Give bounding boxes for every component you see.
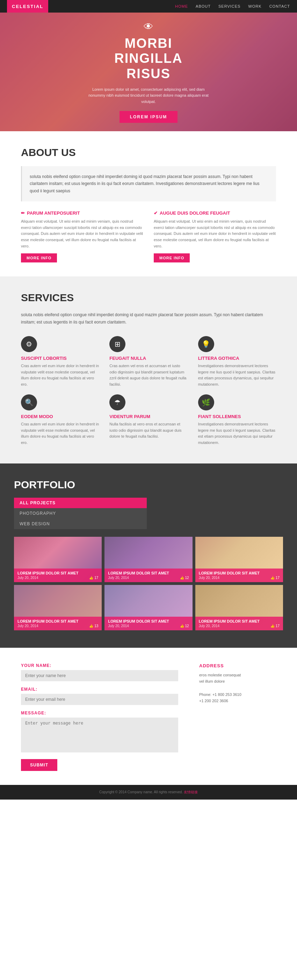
nav-contact[interactable]: CONTACT bbox=[270, 4, 290, 8]
portfolio-overlay-3: LOREM IPSUM DOLOR SIT AMET July 20, 2014… bbox=[195, 568, 283, 582]
portfolio-item4-likes: 👍 13 bbox=[89, 624, 98, 628]
service-item-3: 💡 LITTERA GOTHICA Investigationes demons… bbox=[198, 336, 276, 387]
portfolio-item1-likes: 👍 17 bbox=[89, 576, 98, 580]
portfolio-overlay-6: LOREM IPSUM DOLOR SIT AMET July 20, 2014… bbox=[195, 617, 283, 630]
service-icon-3: 💡 bbox=[198, 336, 214, 352]
contact-form: YOUR NAME: EMAIL: MESSAGE: SUBMIT bbox=[21, 663, 178, 771]
portfolio-item3-title: LOREM IPSUM DOLOR SIT AMET bbox=[199, 571, 279, 575]
nav-services[interactable]: SERVICES bbox=[219, 4, 240, 8]
about-section: ABOUT US soluta nobis eleifend option co… bbox=[0, 131, 297, 277]
service-title-5: VIDENTUR PARUM bbox=[109, 414, 187, 419]
portfolio-item5-title: LOREM IPSUM DOLOR SIT AMET bbox=[108, 619, 189, 623]
portfolio-grid: LOREM IPSUM DOLOR SIT AMET July 20, 2014… bbox=[14, 537, 283, 630]
service-icon-4: 🔍 bbox=[21, 395, 37, 410]
about-col-2: ✔ AUGUE DUIS DOLORE FEUGAIT Aliquam erat… bbox=[154, 210, 276, 262]
portfolio-item1-meta: July 20, 2014 👍 17 bbox=[18, 576, 98, 580]
services-grid: ⚙ SUSCIPIT LOBORTIS Cras autem vel eum i… bbox=[21, 336, 276, 446]
service-item-1: ⚙ SUSCIPIT LOBORTIS Cras autem vel eum i… bbox=[21, 336, 99, 387]
portfolio-item2-likes: 👍 12 bbox=[180, 576, 189, 580]
portfolio-item6-date: July 20, 2014 bbox=[199, 624, 220, 628]
service-desc-4: Cras autem vel eum iriure dolor in hendr… bbox=[21, 421, 99, 445]
portfolio-item2-title: LOREM IPSUM DOLOR SIT AMET bbox=[108, 571, 189, 575]
portfolio-overlay-4: LOREM IPSUM DOLOR SIT AMET July 20, 2014… bbox=[14, 617, 102, 630]
portfolio-item3-meta: July 20, 2014 👍 17 bbox=[199, 576, 279, 580]
nav-brand[interactable]: CELESTIAL bbox=[7, 0, 48, 13]
portfolio-item6-title: LOREM IPSUM DOLOR SIT AMET bbox=[199, 619, 279, 623]
navbar: CELESTIAL HOME ABOUT SERVICES WORK CONTA… bbox=[0, 0, 297, 13]
about-col2-text: Aliquam erat volutpat. Ut wisi enim ad m… bbox=[154, 218, 276, 249]
portfolio-item1-date: July 20, 2014 bbox=[18, 576, 38, 580]
nav-about[interactable]: ABOUT bbox=[196, 4, 211, 8]
hero-content: 👁 MORBI RINGILLA RISUS Lorem ipsum dolor… bbox=[86, 21, 211, 123]
filter-web-design[interactable]: WEB DESIGN bbox=[14, 519, 147, 529]
contact-section: YOUR NAME: EMAIL: MESSAGE: SUBMIT ADDRES… bbox=[0, 648, 297, 785]
portfolio-item5-likes: 👍 12 bbox=[180, 624, 189, 628]
services-section: SERVICES soluta nobis eleifend option co… bbox=[0, 277, 297, 463]
nav-links: HOME ABOUT SERVICES WORK CONTACT bbox=[175, 4, 290, 8]
service-desc-3: Investigationes demonstraverunt lectores… bbox=[198, 363, 276, 387]
portfolio-item-1[interactable]: LOREM IPSUM DOLOR SIT AMET July 20, 2014… bbox=[14, 537, 102, 582]
service-title-6: FIANT SOLLEMNES bbox=[198, 414, 276, 419]
about-col1-more-button[interactable]: MORE INFO bbox=[21, 253, 57, 262]
checkmark-icon-1: ✏ bbox=[21, 210, 25, 216]
service-title-2: FEUGAIT NULLA bbox=[109, 356, 187, 361]
portfolio-filters: ALL PROJECTS PHOTOGRAPHY WEB DESIGN bbox=[14, 498, 283, 529]
portfolio-title: PORTFOLIO bbox=[14, 479, 283, 491]
portfolio-item5-date: July 20, 2014 bbox=[108, 624, 129, 628]
name-input[interactable] bbox=[21, 670, 178, 681]
about-col2-title: ✔ AUGUE DUIS DOLORE FEUGAIT bbox=[154, 210, 276, 216]
service-icon-1: ⚙ bbox=[21, 336, 37, 352]
portfolio-item4-date: July 20, 2014 bbox=[18, 624, 38, 628]
portfolio-item6-likes: 👍 17 bbox=[270, 624, 279, 628]
about-description-text: soluta nobis eleifend option congue nihi… bbox=[30, 173, 268, 194]
hero-description: Lorem ipsum dolor sit amet, consectetuer… bbox=[86, 87, 211, 105]
service-desc-2: Cras autem vel eros et accumsan et iusto… bbox=[109, 363, 187, 387]
portfolio-item-3[interactable]: LOREM IPSUM DOLOR SIT AMET July 20, 2014… bbox=[195, 537, 283, 582]
footer: Copyright © 2014 Company name. All right… bbox=[0, 785, 297, 800]
portfolio-item-5[interactable]: LOREM IPSUM DOLOR SIT AMET July 20, 2014… bbox=[104, 585, 192, 630]
email-input[interactable] bbox=[21, 694, 178, 705]
email-label: EMAIL: bbox=[21, 687, 178, 692]
services-title: SERVICES bbox=[21, 292, 276, 304]
service-icon-6: 🌿 bbox=[198, 395, 214, 410]
service-title-3: LITTERA GOTHICA bbox=[198, 356, 276, 361]
portfolio-overlay-1: LOREM IPSUM DOLOR SIT AMET July 20, 2014… bbox=[14, 568, 102, 582]
service-item-4: 🔍 EODEM MODO Cras autem vel eum iriure d… bbox=[21, 395, 99, 445]
nav-home[interactable]: HOME bbox=[175, 4, 188, 8]
portfolio-item4-meta: July 20, 2014 👍 13 bbox=[18, 624, 98, 628]
services-description: soluta nobis eleifend option congue nihi… bbox=[21, 311, 265, 326]
portfolio-overlay-2: LOREM IPSUM DOLOR SIT AMET July 20, 2014… bbox=[104, 568, 192, 582]
portfolio-item3-likes: 👍 17 bbox=[270, 576, 279, 580]
portfolio-item-4[interactable]: LOREM IPSUM DOLOR SIT AMET July 20, 2014… bbox=[14, 585, 102, 630]
service-icon-5: ☂ bbox=[109, 395, 125, 410]
service-item-5: ☂ VIDENTUR PARUM Nulla facilisis at vero… bbox=[109, 395, 187, 445]
footer-link[interactable]: 友情链接 bbox=[184, 790, 198, 794]
address-title: ADDRESS bbox=[199, 663, 276, 668]
submit-button[interactable]: SUBMIT bbox=[21, 759, 57, 771]
about-col1-text: Aliquam erat volutpat. Ut wisi enim ad m… bbox=[21, 218, 143, 249]
portfolio-item2-meta: July 20, 2014 👍 12 bbox=[108, 576, 189, 580]
message-label: MESSAGE: bbox=[21, 711, 178, 716]
nav-work[interactable]: WORK bbox=[248, 4, 261, 8]
service-item-6: 🌿 FIANT SOLLEMNES Investigationes demons… bbox=[198, 395, 276, 445]
checkmark-icon-2: ✔ bbox=[154, 210, 158, 216]
address-text: eros molestie consequat vel illum dolore… bbox=[199, 672, 276, 704]
about-col2-more-button[interactable]: MORE INFO bbox=[154, 253, 190, 262]
service-item-2: ⊞ FEUGAIT NULLA Cras autem vel eros et a… bbox=[109, 336, 187, 387]
filter-photography[interactable]: PHOTOGRAPHY bbox=[14, 508, 147, 519]
hero-section: 👁 MORBI RINGILLA RISUS Lorem ipsum dolor… bbox=[0, 13, 297, 131]
portfolio-item3-date: July 20, 2014 bbox=[199, 576, 220, 580]
hero-cta-button[interactable]: LOREM IPSUM bbox=[120, 111, 178, 123]
filter-all-projects[interactable]: ALL PROJECTS bbox=[14, 498, 147, 508]
portfolio-item-2[interactable]: LOREM IPSUM DOLOR SIT AMET July 20, 2014… bbox=[104, 537, 192, 582]
service-icon-2: ⊞ bbox=[109, 336, 125, 352]
portfolio-item6-meta: July 20, 2014 👍 17 bbox=[199, 624, 279, 628]
service-desc-5: Nulla facilisis at vero eros et accumsan… bbox=[109, 421, 187, 440]
about-title: ABOUT US bbox=[21, 146, 276, 158]
about-col-1: ✏ PARUM ANTEPOSUERIT Aliquam erat volutp… bbox=[21, 210, 143, 262]
message-input[interactable] bbox=[21, 718, 178, 752]
about-description-box: soluta nobis eleifend option congue nihi… bbox=[21, 166, 276, 201]
portfolio-item1-title: LOREM IPSUM DOLOR SIT AMET bbox=[18, 571, 98, 575]
about-col1-title: ✏ PARUM ANTEPOSUERIT bbox=[21, 210, 143, 216]
portfolio-item-6[interactable]: LOREM IPSUM DOLOR SIT AMET July 20, 2014… bbox=[195, 585, 283, 630]
